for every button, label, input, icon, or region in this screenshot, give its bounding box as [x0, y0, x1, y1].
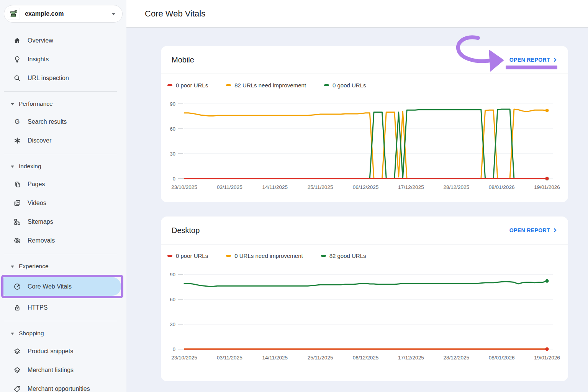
page-header: Core Web Vitals	[126, 0, 588, 28]
legend-item: 82 URLs need improvement	[226, 82, 306, 89]
open-report-link[interactable]: OPEN REPORT	[509, 57, 557, 63]
section-label: Indexing	[19, 163, 41, 170]
sidebar-item-label: Merchant opportunities	[28, 385, 90, 392]
section-header-shopping[interactable]: Shopping	[0, 325, 126, 342]
sidebar-item-label: Product snippets	[28, 348, 73, 355]
legend-item: 82 good URLs	[321, 253, 366, 259]
svg-text:25/11/2025: 25/11/2025	[308, 355, 333, 361]
legend-item: 0 poor URLs	[167, 253, 208, 259]
svg-text:90: 90	[170, 272, 175, 277]
section-label: Shopping	[19, 330, 44, 337]
sidebar-item-core-web-vitals[interactable]: Core Web Vitals	[3, 277, 121, 296]
asterisk-icon	[13, 137, 21, 144]
svg-text:28/12/2025: 28/12/2025	[443, 184, 469, 190]
sidebar-item-label: Merchant listings	[28, 367, 74, 374]
chart-legend: 0 poor URLs0 URLs need improvement82 goo…	[161, 244, 568, 259]
legend-label: 0 URLs need improvement	[234, 253, 303, 259]
svg-text:03/11/2025: 03/11/2025	[217, 184, 242, 190]
svg-text:03/11/2025: 03/11/2025	[217, 355, 242, 361]
sidebar-item-url-inspection[interactable]: URL inspection	[0, 69, 126, 87]
sidebar-item-insights[interactable]: Insights	[0, 50, 126, 69]
svg-text:90: 90	[170, 101, 175, 107]
legend-dash-icon	[226, 84, 231, 86]
legend-item: 0 poor URLs	[167, 82, 208, 89]
svg-text:06/12/2025: 06/12/2025	[353, 355, 379, 361]
svg-text:30: 30	[170, 321, 175, 327]
sidebar-item-label: Discover	[28, 137, 51, 144]
sidebar-item-label: Insights	[28, 56, 49, 63]
sidebar-item-label: Core Web Vitals	[28, 283, 72, 290]
svg-text:19/01/2026: 19/01/2026	[534, 184, 560, 190]
search-icon	[13, 74, 21, 82]
svg-text:0: 0	[173, 346, 175, 352]
open-report-label: OPEN REPORT	[509, 57, 550, 63]
sidebar-item-label: Videos	[28, 200, 46, 207]
section-label: Performance	[19, 100, 53, 107]
svg-text:25/11/2025: 25/11/2025	[308, 184, 333, 190]
sitemaps-icon	[13, 218, 21, 226]
legend-label: 0 poor URLs	[176, 82, 208, 89]
collapse-caret-icon	[10, 164, 15, 169]
legend-item: 0 URLs need improvement	[226, 253, 303, 259]
svg-text:30: 30	[170, 151, 175, 157]
sidebar-divider	[4, 254, 117, 254]
collapse-caret-icon	[10, 102, 15, 106]
collapse-caret-icon	[10, 264, 15, 269]
card-header: DesktopOPEN REPORT	[161, 217, 568, 244]
snippet-icon	[13, 348, 21, 355]
svg-text:17/12/2025: 17/12/2025	[398, 184, 424, 190]
sidebar-item-label: Pages	[28, 181, 45, 188]
chevron-right-icon	[553, 57, 557, 62]
pages-icon	[13, 180, 21, 188]
svg-text:19/01/2026: 19/01/2026	[534, 355, 560, 361]
svg-text:23/10/2025: 23/10/2025	[171, 355, 197, 361]
sidebar-item-product-snippets[interactable]: Product snippets	[0, 342, 126, 361]
line-chart-desktop: 030609023/10/202503/11/202514/11/202525/…	[161, 271, 568, 365]
sidebar-item-sitemaps[interactable]: Sitemaps	[0, 212, 126, 231]
sidebar-item-discover[interactable]: Discover	[0, 131, 126, 150]
sidebar-item-label: URL inspection	[28, 75, 69, 82]
sidebar-item-label: Removals	[28, 237, 55, 244]
legend-item: 0 good URLs	[324, 82, 366, 89]
sidebar-item-removals[interactable]: Removals	[0, 231, 126, 250]
legend-label: 0 poor URLs	[176, 253, 208, 259]
svg-text:60: 60	[170, 126, 175, 132]
card-desktop: DesktopOPEN REPORT0 poor URLs0 URLs need…	[161, 217, 568, 381]
tag-icon	[13, 385, 21, 392]
legend-dash-icon	[167, 255, 172, 257]
svg-text:14/11/2025: 14/11/2025	[262, 184, 288, 190]
legend-dash-icon	[226, 255, 231, 257]
sidebar: example.com OverviewInsightsURL inspecti…	[0, 0, 126, 392]
card-mobile: MobileOPEN REPORT0 poor URLs82 URLs need…	[161, 46, 568, 202]
open-report-label: OPEN REPORT	[509, 227, 550, 233]
card-title: Mobile	[172, 56, 509, 64]
videos-icon	[13, 199, 21, 207]
sidebar-item-label: Overview	[28, 37, 53, 44]
sidebar-item-overview[interactable]: Overview	[0, 31, 126, 50]
sidebar-item-pages[interactable]: Pages	[0, 175, 126, 194]
removals-icon	[13, 237, 21, 244]
sidebar-item-label: HTTPS	[28, 304, 47, 311]
svg-text:08/01/2026: 08/01/2026	[489, 355, 515, 361]
section-header-indexing[interactable]: Indexing	[0, 158, 126, 175]
section-header-experience[interactable]: Experience	[0, 258, 126, 275]
sidebar-item-merchant-listings[interactable]: Merchant listings	[0, 361, 126, 379]
svg-text:0: 0	[173, 176, 175, 182]
open-report-link[interactable]: OPEN REPORT	[509, 227, 557, 233]
sidebar-item-videos[interactable]: Videos	[0, 194, 126, 212]
legend-label: 82 URLs need improvement	[234, 82, 306, 89]
svg-text:06/12/2025: 06/12/2025	[353, 184, 379, 190]
section-header-performance[interactable]: Performance	[0, 95, 126, 112]
svg-text:28/12/2025: 28/12/2025	[443, 355, 469, 361]
sidebar-item-https[interactable]: HTTPS	[0, 298, 126, 317]
snippet-icon	[13, 366, 21, 374]
sidebar-item-merchant-opportunities[interactable]: Merchant opportunities	[0, 379, 126, 392]
sidebar-item-search-results[interactable]: GSearch results	[0, 112, 126, 131]
property-selector[interactable]: example.com	[4, 5, 123, 23]
legend-dash-icon	[167, 84, 172, 86]
card-title: Desktop	[172, 226, 509, 235]
legend-label: 0 good URLs	[332, 82, 366, 89]
speedometer-icon	[13, 283, 21, 290]
svg-text:G: G	[15, 118, 20, 125]
lock-icon	[13, 304, 21, 312]
